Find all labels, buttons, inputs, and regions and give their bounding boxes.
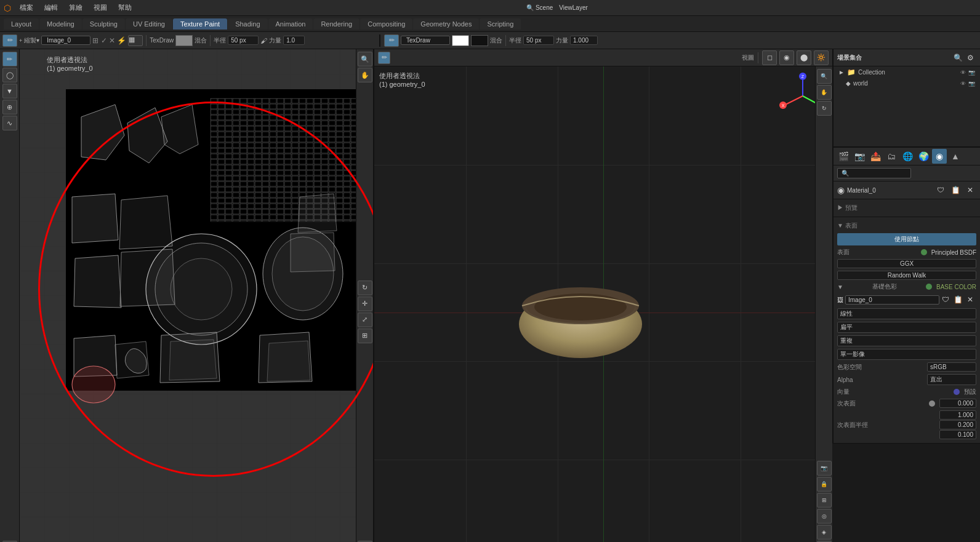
- texture-selector-3d[interactable]: TexDraw: [401, 36, 450, 45]
- surface-title[interactable]: ▼ 表面: [837, 220, 976, 232]
- tab-scripting[interactable]: Scripting: [480, 18, 521, 30]
- hand-btn[interactable]: ✋: [358, 68, 372, 82]
- linear-row: 線性: [837, 307, 976, 321]
- viewport-render[interactable]: 🔆: [814, 50, 829, 65]
- draw-tool-3d-btn[interactable]: ✏: [384, 34, 399, 47]
- method-dropdown[interactable]: GGX: [837, 259, 976, 268]
- image-shield[interactable]: 🛡: [939, 293, 952, 306]
- 3d-pan-btn[interactable]: ✋: [817, 85, 832, 100]
- single-image-dropdown[interactable]: 單一影像: [837, 349, 976, 360]
- 3d-zoom-btn[interactable]: 🔍: [817, 69, 832, 84]
- rotate-btn[interactable]: ↻: [358, 281, 372, 295]
- subsurface-r1[interactable]: 1.000: [939, 410, 976, 420]
- subsurface-value[interactable]: 0.000: [939, 399, 976, 408]
- menu-edit[interactable]: 編輯: [39, 2, 63, 14]
- 3d-camera-btn[interactable]: 📷: [817, 461, 832, 476]
- subsurface-method-dropdown[interactable]: Random Walk: [837, 271, 976, 280]
- props-tab-output[interactable]: 📤: [868, 149, 883, 164]
- brush-color-swatch[interactable]: [175, 35, 193, 46]
- color-space-dropdown[interactable]: sRGB: [927, 362, 976, 372]
- scale-btn[interactable]: ⤢: [358, 313, 372, 327]
- image-selector[interactable]: Image_0: [41, 36, 90, 45]
- props-search-input[interactable]: [837, 168, 911, 178]
- tab-layout[interactable]: Layout: [4, 18, 39, 30]
- props-tab-world[interactable]: 🌍: [916, 149, 931, 164]
- world-eye[interactable]: 👁: [960, 81, 966, 87]
- material-shield-icon[interactable]: 🛡: [934, 184, 947, 196]
- brush-color-3d[interactable]: [452, 35, 469, 46]
- right-panels: 場景集合 🔍 ⚙ ► 📁 Collection 👁 📷 ◆ world: [832, 49, 980, 542]
- props-tab-render[interactable]: 📷: [852, 149, 867, 164]
- 3d-grid-btn[interactable]: ⊞: [817, 493, 832, 508]
- flat-row: 扁平: [837, 321, 976, 334]
- image-close[interactable]: ✕: [964, 293, 976, 306]
- radius-value-3d[interactable]: 50 px: [523, 36, 554, 45]
- 3d-lock-btn[interactable]: 🔒: [817, 477, 832, 492]
- zoom-btn[interactable]: 🔍: [358, 52, 372, 66]
- image-selector-props[interactable]: Image_0: [845, 295, 939, 305]
- tab-geometry-nodes[interactable]: Geometry Nodes: [413, 18, 479, 30]
- scene-item-collection[interactable]: ► 📁 Collection 👁 📷: [833, 66, 980, 78]
- smear-btn[interactable]: ∿: [2, 116, 17, 130]
- repeat-dropdown[interactable]: 重複: [837, 335, 976, 346]
- subsurface-r3[interactable]: 0.100: [939, 430, 976, 439]
- 3d-xray-btn[interactable]: ◈: [817, 525, 832, 540]
- draw-tool-btn[interactable]: ✏: [2, 34, 17, 47]
- viewport-material[interactable]: ⬤: [797, 50, 811, 65]
- linear-dropdown[interactable]: 線性: [837, 308, 976, 319]
- menu-view[interactable]: 視圖: [89, 2, 112, 14]
- menu-render[interactable]: 算繪: [64, 2, 87, 14]
- move-btn[interactable]: ✛: [358, 297, 372, 311]
- props-icon-tabs: 🎬 📷 📤 🗂 🌐 🌍 ◉ ▲: [833, 148, 980, 165]
- menu-help[interactable]: 幫助: [113, 2, 137, 14]
- brush-color-bg-3d[interactable]: [471, 35, 488, 46]
- tab-rendering[interactable]: Rendering: [313, 18, 359, 30]
- scene-filter-btn[interactable]: 🔍: [952, 52, 964, 64]
- view-options[interactable]: ▦: [128, 35, 143, 46]
- tab-texture-paint[interactable]: Texture Paint: [173, 18, 227, 30]
- props-tab-material[interactable]: ◉: [932, 149, 947, 164]
- tab-uv-editing[interactable]: UV Editing: [126, 18, 172, 30]
- tab-shading[interactable]: Shading: [228, 18, 267, 30]
- transform-btn[interactable]: ⊞: [358, 329, 372, 343]
- top-menu-bar: ⬡ 檔案 編輯 算繪 視圖 幫助 🔍 Scene ViewLayer: [0, 0, 980, 16]
- tab-sculpting[interactable]: Sculpting: [82, 18, 125, 30]
- tab-compositing[interactable]: Compositing: [360, 18, 412, 30]
- viewport-wire[interactable]: ◻: [762, 50, 777, 65]
- tab-modeling[interactable]: Modeling: [39, 18, 82, 30]
- 3d-orbit-btn[interactable]: ↻: [817, 101, 832, 116]
- collection-render[interactable]: 📷: [968, 70, 975, 76]
- scene-sort-btn[interactable]: ⚙: [964, 52, 976, 64]
- radius-value-uv[interactable]: 50 px: [228, 36, 259, 45]
- alpha-dropdown[interactable]: 直出: [927, 374, 976, 385]
- props-tab-view[interactable]: 🗂: [884, 149, 899, 164]
- subsurface-radius-row: 次表面半徑 1.000 0.200 0.100: [837, 409, 976, 440]
- image-copy[interactable]: 📋: [952, 293, 964, 306]
- erase-btn[interactable]: ◯: [2, 68, 17, 82]
- scene-item-world[interactable]: ◆ world 👁 📷: [833, 78, 980, 89]
- tab-animation[interactable]: Animation: [268, 18, 313, 30]
- draw-mode-btn[interactable]: ✏: [2, 52, 17, 66]
- material-copy-icon[interactable]: 📋: [949, 184, 962, 196]
- use-nodes-btn[interactable]: 使用節點: [837, 233, 976, 245]
- props-tab-scene2[interactable]: 🌐: [900, 149, 915, 164]
- uv-canvas[interactable]: 使用者透視法 (1) geometry_0 🔍 ✋ ↻ ✛ ⤢ ⊞ 📏: [20, 49, 373, 542]
- clone-btn[interactable]: ⊕: [2, 100, 17, 114]
- 3d-viewport[interactable]: 使用者透視法 (1) geometry_0 Z X: [374, 66, 832, 542]
- subsurface-r2[interactable]: 0.200: [939, 420, 976, 429]
- fill-btn[interactable]: ▼: [2, 84, 17, 98]
- draw-mode-3d-btn[interactable]: ✏: [378, 52, 390, 64]
- props-tab-scene[interactable]: 🎬: [836, 149, 851, 164]
- viewport-solid[interactable]: ◉: [779, 50, 794, 65]
- material-close-icon[interactable]: ✕: [964, 184, 976, 196]
- flat-dropdown[interactable]: 扁平: [837, 322, 976, 333]
- repeat-row: 重複: [837, 334, 976, 348]
- strength-value-uv[interactable]: 1.0: [283, 36, 305, 45]
- world-render[interactable]: 📷: [968, 81, 975, 87]
- preview-title[interactable]: ▶ 預覽: [837, 202, 976, 214]
- 3d-overlay-btn[interactable]: ◎: [817, 509, 832, 524]
- collection-eye[interactable]: 👁: [960, 70, 966, 76]
- props-tab-object[interactable]: ▲: [948, 149, 963, 164]
- strength-value-3d[interactable]: 1.000: [570, 36, 598, 45]
- menu-file[interactable]: 檔案: [15, 2, 38, 14]
